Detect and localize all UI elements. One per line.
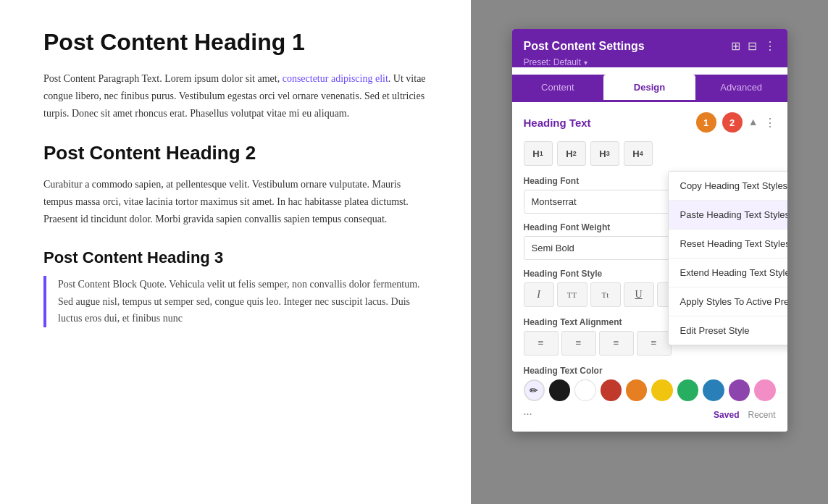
swatch-black[interactable] bbox=[549, 379, 570, 401]
panel-title-icons: ⊞ ⊟ ⋮ bbox=[731, 39, 776, 53]
badge-1: 1 bbox=[696, 112, 716, 133]
dropdown-menu: Copy Heading Text Styles Paste Heading T… bbox=[668, 171, 787, 345]
three-dots-icon[interactable]: ⋮ bbox=[764, 116, 776, 130]
h2-button[interactable]: H2 bbox=[557, 141, 586, 166]
content-paragraph-1: Post Content Paragraph Text. Lorem ipsum… bbox=[43, 70, 427, 122]
dropdown-item-edit[interactable]: Edit Preset Style bbox=[669, 316, 787, 345]
align-center-button[interactable]: ≡ bbox=[561, 331, 596, 356]
heading-text-color-label: Heading Text Color bbox=[524, 366, 776, 376]
preset-arrow: ▾ bbox=[584, 59, 587, 67]
swatch-purple[interactable] bbox=[729, 379, 750, 401]
color-swatches: ✏ bbox=[524, 379, 776, 401]
preset-label: Preset: Default bbox=[524, 57, 581, 67]
swatch-white[interactable] bbox=[574, 379, 595, 401]
tab-advanced[interactable]: Advanced bbox=[695, 75, 787, 102]
swatch-blue[interactable] bbox=[703, 379, 724, 401]
italic-button[interactable]: I bbox=[524, 282, 554, 307]
paragraph-link[interactable]: consectetur adipiscing elit bbox=[283, 73, 388, 84]
dropdown-item-apply[interactable]: Apply Styles To Active Preset bbox=[669, 287, 787, 316]
swatch-green[interactable] bbox=[677, 379, 698, 401]
h3-button[interactable]: H3 bbox=[590, 141, 619, 166]
saved-recent-row: ··· Saved Recent bbox=[524, 408, 776, 421]
underline-button[interactable]: U bbox=[624, 282, 654, 307]
paragraph-text-plain: Post Content Paragraph Text. Lorem ipsum… bbox=[43, 73, 283, 84]
tab-design[interactable]: Design bbox=[603, 75, 695, 102]
section-header: Heading Text 1 2 ▲ ⋮ bbox=[524, 112, 776, 133]
dropdown-item-paste[interactable]: Paste Heading Text Styles bbox=[669, 201, 787, 230]
h1-button[interactable]: H1 bbox=[524, 141, 553, 166]
content-heading-2: Post Content Heading 2 bbox=[43, 142, 427, 164]
panel-title: Post Content Settings bbox=[524, 40, 645, 53]
dropdown-item-reset[interactable]: Reset Heading Text Styles bbox=[669, 230, 787, 259]
content-paragraph-2: Curabitur a commodo sapien, at pellentes… bbox=[43, 176, 427, 227]
align-justify-button[interactable]: ≡ bbox=[637, 331, 672, 356]
chevron-up-icon[interactable]: ▲ bbox=[748, 117, 758, 128]
recent-label[interactable]: Recent bbox=[748, 410, 775, 420]
content-area: Post Content Heading 1 Post Content Para… bbox=[0, 0, 471, 504]
tab-content[interactable]: Content bbox=[512, 75, 604, 102]
swatch-pink[interactable] bbox=[754, 379, 775, 401]
panel-tabs: Content Design Advanced bbox=[512, 75, 787, 102]
saved-label[interactable]: Saved bbox=[714, 410, 739, 420]
h4-button[interactable]: H4 bbox=[624, 141, 653, 166]
dropdown-item-extend[interactable]: Extend Heading Text Styles bbox=[669, 259, 787, 287]
capitalize-button[interactable]: Tt bbox=[590, 282, 621, 307]
blockquote-container: Post Content Block Quote. Vehicula velit… bbox=[43, 276, 427, 327]
dropdown-item-copy[interactable]: Copy Heading Text Styles bbox=[669, 172, 787, 201]
swatch-yellow[interactable] bbox=[651, 379, 672, 401]
color-picker-swatch[interactable]: ✏ bbox=[524, 379, 545, 401]
swatch-orange[interactable] bbox=[626, 379, 647, 401]
saved-recent-labels: Saved Recent bbox=[714, 410, 775, 420]
expand-icon[interactable]: ⊞ bbox=[731, 39, 740, 53]
split-icon[interactable]: ⊟ bbox=[748, 39, 757, 53]
uppercase-button[interactable]: TT bbox=[557, 282, 587, 307]
section-title: Heading Text bbox=[524, 117, 591, 129]
panel-header: Post Content Settings ⊞ ⊟ ⋮ Preset: Defa… bbox=[512, 29, 787, 67]
settings-panel: Post Content Settings ⊞ ⊟ ⋮ Preset: Defa… bbox=[512, 29, 787, 432]
align-left-button[interactable]: ≡ bbox=[524, 331, 559, 356]
badge-2: 2 bbox=[722, 112, 743, 133]
panel-title-row: Post Content Settings ⊞ ⊟ ⋮ bbox=[524, 39, 776, 53]
blockquote-text: Post Content Block Quote. Vehicula velit… bbox=[58, 276, 427, 327]
content-heading-3: Post Content Heading 3 bbox=[43, 248, 427, 267]
swatch-red[interactable] bbox=[601, 379, 622, 401]
bottom-three-dots[interactable]: ··· bbox=[524, 408, 532, 421]
sidebar-area: Post Content Settings ⊞ ⊟ ⋮ Preset: Defa… bbox=[471, 0, 828, 504]
panel-preset[interactable]: Preset: Default ▾ bbox=[524, 57, 776, 67]
section-controls: 1 2 ▲ ⋮ bbox=[696, 112, 776, 133]
align-right-button[interactable]: ≡ bbox=[599, 331, 634, 356]
h-buttons: H1 H2 H3 H4 bbox=[524, 141, 776, 166]
content-heading-1: Post Content Heading 1 bbox=[43, 29, 427, 56]
more-icon[interactable]: ⋮ bbox=[764, 39, 776, 53]
